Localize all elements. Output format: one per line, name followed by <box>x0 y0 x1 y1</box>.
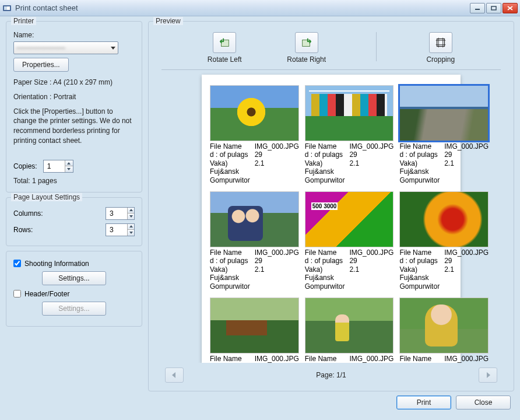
thumb-cell[interactable]: File Named : of pulags Vaka)Fuj&ansk Gom… <box>399 191 489 290</box>
print-button[interactable]: Print <box>396 396 451 410</box>
rows-input[interactable] <box>106 226 127 234</box>
page-layout-legend: Page Layout Settings <box>11 193 82 201</box>
window-title: Print contact sheet <box>15 4 470 12</box>
properties-button[interactable]: Properties... <box>13 58 69 72</box>
printer-name-value: ——————— <box>16 44 65 52</box>
thumb-cell[interactable]: File Named : of pulags Vaka)Fuj&ansk Gom… <box>210 85 299 184</box>
thumb-image <box>399 191 489 247</box>
rows-spinner[interactable] <box>106 223 135 236</box>
cropping-button[interactable] <box>429 32 452 53</box>
printer-legend: Printer <box>11 17 36 25</box>
printer-name-label: Name: <box>13 31 135 39</box>
thumb-image-selected <box>399 85 489 141</box>
cropping-label: Cropping <box>426 55 455 64</box>
thumb-cell[interactable]: File Named : of pulags Vaka)Fuj&ansk Gom… <box>210 191 299 290</box>
svg-rect-2 <box>4 6 7 10</box>
thumb-image <box>305 85 394 141</box>
printer-group: Printer Name: ——————— Properties... Pape… <box>6 21 142 192</box>
dialog-footer: Print Close <box>0 391 520 414</box>
svg-rect-4 <box>491 6 496 10</box>
total-pages-text: Total: 1 pages <box>13 176 135 186</box>
page-indicator: Page: 1/1 <box>316 371 346 379</box>
printer-name-combo[interactable]: ——————— <box>13 41 118 54</box>
paper-size-text: Paper Size : A4 (210 x 297 mm) <box>13 78 135 88</box>
app-icon <box>2 4 12 13</box>
copies-spinner[interactable] <box>43 160 73 173</box>
thumb-image <box>210 85 299 141</box>
thumb-image <box>305 191 394 247</box>
shooting-info-settings-button[interactable]: Settings... <box>42 271 106 285</box>
thumb-image <box>210 191 299 247</box>
columns-up[interactable] <box>128 208 134 214</box>
titlebar: Print contact sheet <box>0 0 520 16</box>
thumb-info: File Named : of pulags Vaka)Fuj&ansk Gom… <box>305 142 394 184</box>
orientation-text: Orientation : Portrait <box>13 92 135 102</box>
svg-rect-6 <box>302 40 310 46</box>
prev-page-button[interactable] <box>165 368 184 383</box>
header-footer-settings-button: Settings... <box>42 302 106 316</box>
thumb-info: File Named : of pulags Vaka)Fuj&ansk Gom… <box>210 249 299 290</box>
header-footer-label: Header/Footer <box>24 290 69 298</box>
printer-help-text: Click the [Properties...] button to chan… <box>13 107 135 146</box>
thumb-info: File Named : of pulags Vaka)Fuj&ansk Gom… <box>399 249 489 290</box>
columns-input[interactable] <box>106 209 127 218</box>
thumb-image <box>210 298 299 354</box>
thumb-info: File Named : of pulags Vaka)Fuj&ansk Gom… <box>399 355 489 363</box>
thumb-cell[interactable]: File Named : of pulags Vaka)Fuj&ansk Gom… <box>210 298 299 363</box>
window-controls <box>470 3 518 13</box>
page-preview-area: File Named : of pulags Vaka)Fuj&ansk Gom… <box>156 70 507 363</box>
shooting-info-label: Shooting Information <box>24 260 89 268</box>
thumb-cell[interactable]: File Named : of pulags Vaka)Fuj&ansk Gom… <box>399 298 489 363</box>
thumb-info: File Named : of pulags Vaka)Fuj&ansk Gom… <box>305 355 394 363</box>
preview-group: Preview Rotate Left Rotate Right <box>148 21 514 391</box>
thumb-cell[interactable]: File Named : of pulags Vaka)Fuj&ansk Gom… <box>305 191 394 290</box>
copies-input[interactable] <box>44 162 65 170</box>
preview-toolbar: Rotate Left Rotate Right Cropping <box>161 30 501 70</box>
shooting-info-checkbox[interactable] <box>13 260 21 267</box>
thumb-cell[interactable]: File Named : of pulags Vaka)Fuj&ansk Gom… <box>399 85 489 184</box>
thumb-info: File Named : of pulags Vaka)Fuj&ansk Gom… <box>305 249 394 290</box>
minimize-button[interactable] <box>470 3 485 13</box>
thumb-info: File Named : of pulags Vaka)Fuj&ansk Gom… <box>399 142 489 184</box>
close-dialog-button[interactable]: Close <box>456 396 511 410</box>
svg-rect-3 <box>475 9 480 10</box>
columns-spinner[interactable] <box>106 207 135 220</box>
rows-label: Rows: <box>13 226 33 234</box>
contact-sheet-page: File Named : of pulags Vaka)Fuj&ansk Gom… <box>202 75 461 363</box>
page-layout-group: Page Layout Settings Columns: Rows: <box>6 197 142 246</box>
preview-legend: Preview <box>153 17 183 25</box>
svg-rect-5 <box>222 40 229 46</box>
copies-up[interactable] <box>65 160 73 167</box>
copies-label: Copies: <box>13 162 37 170</box>
close-button[interactable] <box>503 3 518 13</box>
rotate-right-label: Rotate Right <box>287 55 326 64</box>
pager: Page: 1/1 <box>156 363 507 385</box>
thumb-info: File Named : of pulags Vaka)Fuj&ansk Gom… <box>210 355 299 363</box>
thumb-info: File Named : of pulags Vaka)Fuj&ansk Gom… <box>210 142 299 184</box>
columns-label: Columns: <box>13 209 43 218</box>
rotate-left-label: Rotate Left <box>208 55 242 64</box>
rotate-left-button[interactable] <box>213 32 236 53</box>
next-page-button[interactable] <box>479 368 497 383</box>
thumb-image <box>305 298 394 354</box>
rows-down[interactable] <box>128 230 134 236</box>
copies-down[interactable] <box>65 166 73 172</box>
maximize-button[interactable] <box>486 3 501 13</box>
rows-up[interactable] <box>128 224 134 230</box>
header-footer-checkbox[interactable] <box>13 290 21 298</box>
thumb-cell[interactable]: File Named : of pulags Vaka)Fuj&ansk Gom… <box>305 298 394 363</box>
thumb-image <box>399 298 489 354</box>
rotate-right-button[interactable] <box>295 32 318 53</box>
svg-rect-7 <box>437 39 444 47</box>
toolbar-separator <box>376 32 377 61</box>
options-group: Shooting Information Settings... Header/… <box>6 251 142 327</box>
columns-down[interactable] <box>128 214 134 219</box>
thumb-cell[interactable]: File Named : of pulags Vaka)Fuj&ansk Gom… <box>305 85 394 184</box>
